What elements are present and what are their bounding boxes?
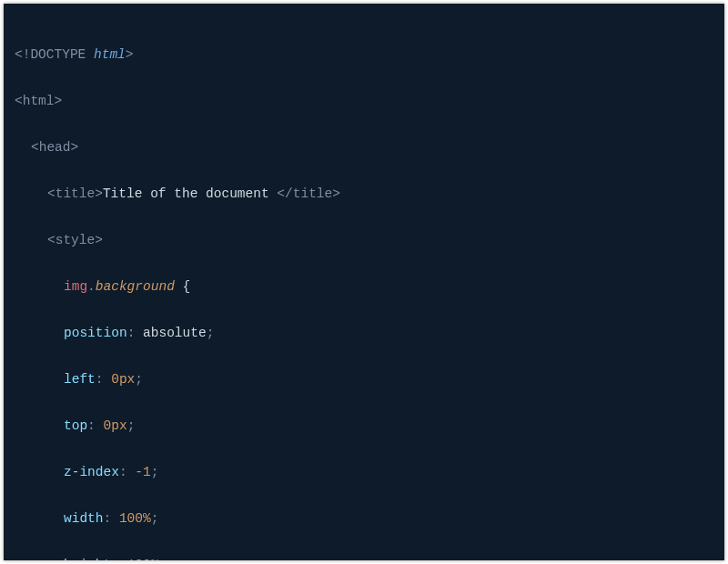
code-editor: <!DOCTYPE html> <html> <head> <title>Tit…	[4, 4, 724, 560]
doctype-open: <!DOCTYPE	[15, 47, 94, 62]
code-line: <!DOCTYPE html>	[15, 44, 713, 67]
tag-style-open: <style>	[47, 233, 103, 247]
css-value: -1	[135, 465, 150, 479]
css-value: absolute	[143, 326, 207, 340]
code-line: z-index: -1;	[15, 461, 713, 485]
tag-title-open: <title>	[47, 186, 103, 201]
css-value: 100%	[119, 511, 151, 526]
css-prop: z-index	[64, 465, 119, 479]
tag-title-close: </title>	[277, 186, 340, 201]
css-prop: position	[64, 326, 127, 340]
code-line: left: 0px;	[15, 368, 713, 392]
title-text: Title of the document	[103, 186, 277, 201]
css-prop: width	[64, 511, 104, 526]
selector-element: img	[64, 279, 87, 294]
css-prop: top	[64, 418, 87, 433]
doctype-close: >	[126, 47, 134, 62]
code-line: height: 100%;	[15, 554, 713, 561]
code-line: img.background {	[15, 276, 713, 299]
code-line: position: absolute;	[15, 322, 713, 346]
tag-head-open: <head>	[31, 140, 78, 155]
css-value: 100%	[127, 558, 159, 561]
tag-html-open: <html>	[15, 94, 62, 108]
code-line: <head>	[15, 136, 713, 160]
code-line: top: 0px;	[15, 415, 713, 438]
code-line: width: 100%;	[15, 508, 713, 531]
css-prop: height	[64, 558, 111, 561]
code-line: <title>Title of the document </title>	[15, 183, 713, 206]
brace-open: {	[175, 279, 190, 294]
code-line: <html>	[15, 90, 713, 114]
selector-dot: .	[87, 279, 96, 294]
css-value: 0px	[111, 372, 135, 387]
css-prop: left	[64, 372, 96, 387]
doctype-name: html	[94, 47, 126, 62]
css-value: 0px	[104, 418, 127, 433]
selector-class: background	[96, 279, 175, 294]
code-line: <style>	[15, 229, 713, 253]
